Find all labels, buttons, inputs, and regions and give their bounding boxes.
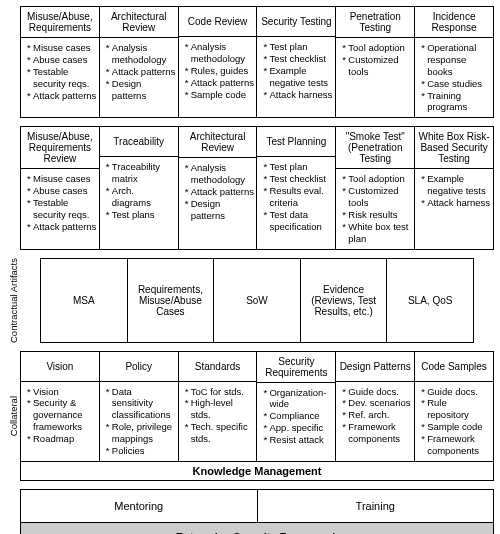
list-item: Tool adoption	[342, 42, 412, 54]
list-item: Operational response books	[421, 42, 491, 78]
list-item: Test plan	[263, 161, 333, 173]
column-header: Misuse/Abuse, Requirements	[21, 7, 99, 38]
column-box: Security RequirementsOrganization-wideCo…	[257, 351, 336, 462]
contractual-artifacts-section: Contractual Artifacts MSARequirements, M…	[6, 258, 494, 343]
column-header: White Box Risk-Based Security Testing	[415, 127, 493, 169]
column-box: VisionVisionSecurity & governance framew…	[20, 351, 100, 462]
list-item: Tech. specific stds.	[185, 421, 255, 445]
list-item: Data sensitivity classifications	[106, 386, 176, 422]
column-body: Tool adoptionCustomized toolsRisk result…	[336, 169, 414, 248]
list-item: Design patterns	[106, 78, 176, 102]
contractual-cell: Requirements, Misuse/Abuse Cases	[128, 258, 215, 343]
list-item: Guide docs.	[342, 386, 412, 398]
list-item: Case studies	[421, 78, 491, 90]
contractual-side-label: Contractual Artifacts	[6, 258, 20, 343]
list-item: Rules, guides	[185, 65, 255, 77]
contractual-cell: SoW	[214, 258, 301, 343]
column-header: Test Planning	[257, 127, 335, 157]
list-item: Test checklist	[263, 173, 333, 185]
column-body: ToC for stds.High-level stds.Tech. speci…	[179, 382, 257, 461]
column-box: White Box Risk-Based Security TestingExa…	[415, 126, 494, 249]
list-item: Example negative tests	[421, 173, 491, 197]
column-body: Misuse casesAbuse casesTestable security…	[21, 169, 99, 248]
column-body: Analysis methodologyAttack patternsDesig…	[100, 38, 178, 117]
list-item: Test checklist	[263, 53, 333, 65]
foundation-section: MentoringTraining Enterprise Security Fr…	[6, 489, 494, 534]
activities-row-2: Misuse/Abuse, Requirements ReviewMisuse …	[20, 126, 494, 249]
column-box: Penetration TestingTool adoptionCustomiz…	[336, 6, 415, 118]
list-item: Roadmap	[27, 433, 97, 445]
list-item: Misuse cases	[27, 173, 97, 185]
column-box: Design PatternsGuide docs.Dev. scenarios…	[336, 351, 415, 462]
list-item: Tool adoption	[342, 173, 412, 185]
column-header: Incidence Response	[415, 7, 493, 38]
list-item: Testable security reqs.	[27, 66, 97, 90]
column-body: Test planTest checklistResults eval. cri…	[257, 157, 335, 248]
list-item: Training programs	[421, 90, 491, 114]
column-body: Misuse casesAbuse casesTestable security…	[21, 38, 99, 117]
column-header: "Smoke Test" (Penetration Testing	[336, 127, 414, 169]
list-item: Sample code	[421, 421, 491, 433]
column-body: Organization-wideComplianceApp. specific…	[257, 383, 335, 461]
activities-row-1: Misuse/Abuse, RequirementsMisuse casesAb…	[20, 6, 494, 118]
list-item: Test data specification	[263, 209, 333, 233]
foundation-cell: Training	[258, 489, 495, 523]
column-body: Analysis methodologyRules, guidesAttack …	[179, 37, 257, 117]
list-item: Role, privilege mappings	[106, 421, 176, 445]
column-body: Data sensitivity classificationsRole, pr…	[100, 382, 178, 461]
column-header: Code Review	[179, 7, 257, 37]
column-box: StandardsToC for stds.High-level stds.Te…	[179, 351, 258, 462]
list-item: Test plan	[263, 41, 333, 53]
column-header: Misuse/Abuse, Requirements Review	[21, 127, 99, 169]
list-item: Customized tools	[342, 54, 412, 78]
list-item: Example negative tests	[263, 65, 333, 89]
column-header: Security Requirements	[257, 352, 335, 383]
column-body: VisionSecurity & governance frameworksRo…	[21, 382, 99, 461]
list-item: Analysis methodology	[185, 41, 255, 65]
contractual-cells: MSARequirements, Misuse/Abuse CasesSoWEv…	[40, 258, 474, 343]
column-header: Standards	[179, 352, 257, 382]
list-item: Organization-wide	[263, 387, 333, 411]
list-item: Ref. arch.	[342, 409, 412, 421]
list-item: Attack harness	[421, 197, 491, 209]
list-item: Framework components	[342, 421, 412, 445]
list-item: White box test plan	[342, 221, 412, 245]
list-item: Testable security reqs.	[27, 197, 97, 221]
list-item: Traceability matrix	[106, 161, 176, 185]
column-header: Architectural Review	[179, 127, 257, 158]
column-box: PolicyData sensitivity classificationsRo…	[100, 351, 179, 462]
list-item: Framework components	[421, 433, 491, 457]
column-box: Code SamplesGuide docs.Rule repositorySa…	[415, 351, 494, 462]
list-item: Dev. scenarios	[342, 397, 412, 409]
list-item: Attack patterns	[27, 221, 97, 233]
list-item: Design patterns	[185, 198, 255, 222]
list-item: Customized tools	[342, 185, 412, 209]
column-box: Code ReviewAnalysis methodologyRules, gu…	[179, 6, 258, 118]
column-body: Guide docs.Dev. scenariosRef. arch.Frame…	[336, 382, 414, 461]
column-box: Incidence ResponseOperational response b…	[415, 6, 494, 118]
list-item: Resist attack	[263, 434, 333, 446]
list-item: Abuse cases	[27, 54, 97, 66]
column-box: Misuse/Abuse, RequirementsMisuse casesAb…	[20, 6, 100, 118]
enterprise-security-framework-bar: Enterprise Security Framework	[20, 523, 494, 534]
column-box: Misuse/Abuse, Requirements ReviewMisuse …	[20, 126, 100, 249]
column-header: Code Samples	[415, 352, 493, 382]
collateral-row: VisionVisionSecurity & governance framew…	[20, 351, 494, 462]
collateral-section: Collateral VisionVisionSecurity & govern…	[6, 351, 494, 481]
mentoring-training-row: MentoringTraining	[20, 489, 494, 523]
list-item: Sample code	[185, 89, 255, 101]
column-box: Security TestingTest planTest checklistE…	[257, 6, 336, 118]
list-item: App. specific	[263, 422, 333, 434]
column-header: Architectural Review	[100, 7, 178, 38]
column-box: Architectural ReviewAnalysis methodology…	[100, 6, 179, 118]
list-item: Analysis methodology	[185, 162, 255, 186]
column-body: Operational response booksCase studiesTr…	[415, 38, 493, 117]
list-item: Attack patterns	[185, 186, 255, 198]
list-item: Risk results	[342, 209, 412, 221]
foundation-cell: Mentoring	[20, 489, 258, 523]
list-item: Security & governance frameworks	[27, 397, 97, 433]
list-item: Arch. diagrams	[106, 185, 176, 209]
list-item: Analysis methodology	[106, 42, 176, 66]
list-item: Rule repository	[421, 397, 491, 421]
list-item: Guide docs.	[421, 386, 491, 398]
